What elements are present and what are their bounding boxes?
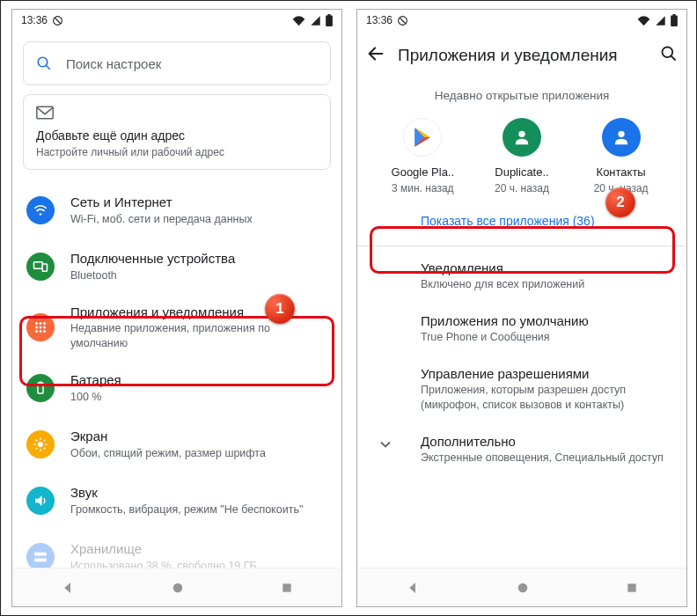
search-settings[interactable]: Поиск настроек xyxy=(23,41,331,85)
search-icon xyxy=(660,45,678,62)
item-sound[interactable]: ЗвукГромкость, вибрация, режим "Не беспо… xyxy=(12,473,341,529)
signal-icon xyxy=(310,15,321,26)
statusbar: 13:36 xyxy=(357,10,686,31)
arrow-back-icon xyxy=(366,44,385,63)
battery-icon xyxy=(33,380,48,396)
svg-rect-6 xyxy=(37,106,53,118)
recent-app-contacts[interactable]: Контакты 20 ч. назад xyxy=(582,118,661,194)
item-advanced[interactable]: Дополнительно Экстренные оповещения, Спе… xyxy=(357,423,686,476)
svg-point-10 xyxy=(35,322,38,325)
svg-rect-30 xyxy=(34,553,47,556)
svg-point-15 xyxy=(43,326,46,329)
nav-recent[interactable] xyxy=(625,581,639,595)
svg-point-42 xyxy=(518,583,528,592)
card-title: Добавьте ещё один адрес xyxy=(36,128,318,143)
devices-icon xyxy=(33,259,48,275)
svg-line-28 xyxy=(36,448,38,450)
svg-rect-9 xyxy=(42,264,47,271)
nav-home[interactable] xyxy=(170,580,186,596)
svg-rect-33 xyxy=(283,583,291,591)
svg-line-26 xyxy=(36,440,38,442)
svg-rect-3 xyxy=(327,14,330,16)
svg-point-11 xyxy=(40,322,42,325)
item-permissions[interactable]: Управление разрешениями Приложения, кото… xyxy=(357,356,686,423)
svg-point-17 xyxy=(40,330,42,333)
app-bar: Приложения и уведомления xyxy=(357,31,686,80)
nav-bar xyxy=(357,568,686,606)
svg-point-32 xyxy=(173,583,183,592)
svg-rect-20 xyxy=(40,382,42,384)
recent-app-duplicate[interactable]: Duplicate.. 20 ч. назад xyxy=(482,118,561,194)
recent-app-google-play[interactable]: Google Pla.. 3 мин. назад xyxy=(383,118,462,194)
dnd-icon xyxy=(52,15,63,26)
svg-line-27 xyxy=(44,448,46,450)
recent-apps: Google Pla.. 3 мин. назад Duplicate.. 20… xyxy=(357,118,686,200)
item-notifications[interactable]: Уведомления Включено для всех приложений xyxy=(357,250,686,303)
nav-home[interactable] xyxy=(515,580,531,596)
play-store-icon xyxy=(411,126,434,149)
brightness-icon xyxy=(33,436,48,452)
nav-recent[interactable] xyxy=(280,581,294,595)
svg-line-29 xyxy=(44,440,46,442)
item-display[interactable]: ЭкранОбои, спящий режим, размер шрифта xyxy=(12,416,341,473)
svg-rect-31 xyxy=(34,559,47,562)
svg-line-39 xyxy=(671,56,676,61)
search-button[interactable] xyxy=(660,45,678,66)
wifi-icon xyxy=(292,15,305,26)
settings-list: Сеть и ИнтернетWi-Fi, моб. сети и переда… xyxy=(12,182,341,585)
svg-line-5 xyxy=(46,65,50,70)
status-time: 13:36 xyxy=(21,14,48,26)
svg-rect-2 xyxy=(326,16,333,26)
item-battery[interactable]: Батарея100 % xyxy=(12,360,341,416)
svg-point-18 xyxy=(43,330,46,333)
phone-settings-main: 13:36 Поиск настроек Добавьте ещё один а… xyxy=(11,9,342,607)
battery-icon xyxy=(326,14,333,26)
back-button[interactable] xyxy=(366,44,385,67)
mail-icon xyxy=(36,106,54,120)
svg-line-1 xyxy=(55,18,61,24)
recent-apps-title: Недавно открытые приложения xyxy=(357,80,686,118)
search-icon xyxy=(36,55,52,71)
contacts-icon xyxy=(612,128,631,147)
item-devices[interactable]: Подключенные устройстваBluetooth xyxy=(12,238,341,295)
wifi-icon xyxy=(637,15,650,26)
signal-icon xyxy=(655,15,666,26)
svg-point-41 xyxy=(618,131,624,137)
svg-point-14 xyxy=(40,326,42,329)
nav-back[interactable] xyxy=(405,580,421,596)
nav-back[interactable] xyxy=(60,580,76,596)
svg-point-4 xyxy=(38,57,48,67)
divider xyxy=(357,246,686,246)
svg-rect-19 xyxy=(38,383,43,393)
svg-rect-8 xyxy=(34,262,43,269)
page-title: Приложения и уведомления xyxy=(398,46,648,65)
svg-point-16 xyxy=(35,330,38,333)
svg-point-13 xyxy=(35,326,38,329)
card-sub: Настройте личный или рабочий адрес xyxy=(36,146,318,158)
statusbar: 13:36 xyxy=(12,10,341,31)
svg-rect-37 xyxy=(672,14,675,16)
add-address-card[interactable]: Добавьте ещё один адрес Настройте личный… xyxy=(23,94,331,170)
phone-apps-notifications: 13:36 Приложения и уведомления Недавно о… xyxy=(356,9,687,607)
item-network[interactable]: Сеть и ИнтернетWi-Fi, моб. сети и переда… xyxy=(12,182,341,238)
svg-point-38 xyxy=(663,48,673,58)
chevron-down-icon xyxy=(377,436,394,453)
svg-line-35 xyxy=(400,18,406,24)
svg-rect-43 xyxy=(628,583,636,591)
svg-point-21 xyxy=(38,442,43,447)
nav-bar xyxy=(12,568,341,606)
dnd-icon xyxy=(397,15,408,26)
show-all-apps[interactable]: Показать все приложения (36) xyxy=(357,200,686,242)
svg-point-7 xyxy=(40,213,42,216)
svg-point-12 xyxy=(43,322,46,325)
item-apps[interactable]: Приложения и уведомленияНедавние приложе… xyxy=(12,295,341,360)
apps-icon xyxy=(33,319,48,335)
svg-rect-36 xyxy=(671,16,678,26)
duplicate-icon xyxy=(512,128,532,147)
search-placeholder: Поиск настроек xyxy=(66,56,161,71)
battery-icon xyxy=(671,14,678,26)
storage-icon xyxy=(33,549,48,565)
sound-icon xyxy=(33,493,48,509)
item-default-apps[interactable]: Приложения по умолчанию True Phone и Соо… xyxy=(357,303,686,356)
wifi-icon xyxy=(33,202,48,218)
